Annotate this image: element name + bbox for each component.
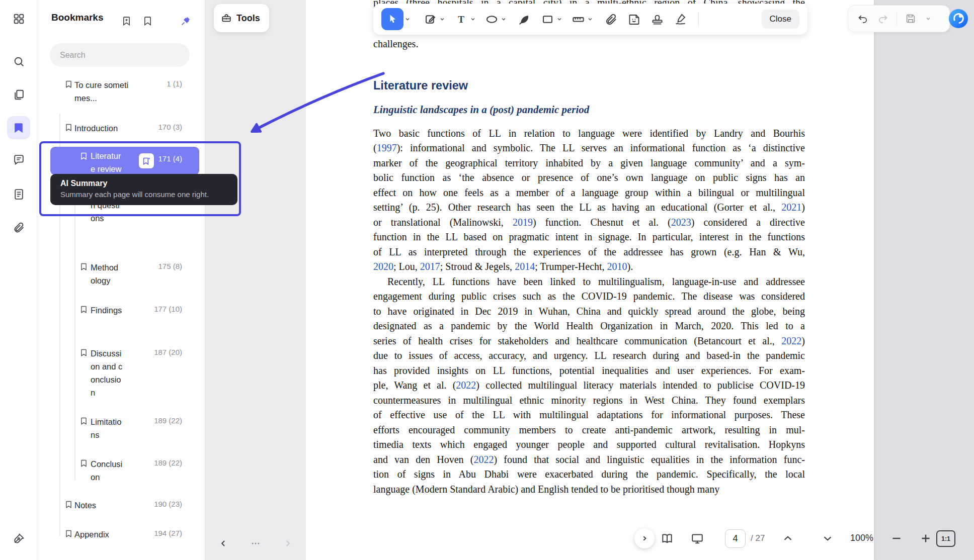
rectangle-icon — [541, 13, 554, 26]
text-tool-icon: T — [454, 13, 468, 26]
pen-tool-button[interactable] — [516, 10, 532, 28]
bookmark-icon — [64, 123, 73, 132]
bookmarks-button[interactable] — [7, 116, 30, 139]
bookmark-page-number: 189 (22) — [154, 458, 182, 467]
stamp-icon — [651, 13, 664, 26]
select-tool-button[interactable] — [381, 8, 403, 30]
search-button[interactable] — [7, 50, 30, 73]
app-grid-button[interactable] — [7, 7, 30, 30]
citation-link[interactable]: 2022 — [473, 454, 494, 465]
summary-button[interactable] — [7, 182, 30, 206]
document-icon — [13, 188, 25, 201]
measure-tool-dropdown[interactable] — [587, 10, 594, 28]
text-tool-dropdown[interactable] — [469, 10, 476, 28]
measure-tool-button[interactable] — [570, 10, 586, 28]
document-body: Two basic functions of LL in relation to… — [373, 126, 805, 497]
bookmark-item[interactable]: Literature review171 (4) — [50, 147, 199, 175]
citation-link[interactable]: 2014 — [515, 261, 535, 272]
panel-more-button[interactable] — [249, 537, 262, 550]
bookmark-item[interactable]: Findings177 (10) — [50, 302, 199, 317]
chevron-left-icon — [218, 538, 228, 548]
zoom-out-button[interactable] — [888, 530, 905, 546]
citation-link[interactable]: 2019 — [513, 217, 533, 228]
ellipse-tool-button[interactable] — [483, 10, 500, 28]
search-icon — [13, 55, 25, 68]
close-button[interactable]: Close — [762, 10, 799, 29]
attachment-tool-button[interactable] — [603, 10, 619, 28]
stamp-tool-button[interactable] — [649, 10, 665, 28]
citation-link[interactable]: 2021 — [781, 202, 801, 213]
bookmark-item[interactable]: Notes190 (23) — [50, 497, 199, 512]
annotate-tool-dropdown[interactable] — [439, 10, 446, 28]
bookmark-item[interactable]: Introduction170 (3) — [50, 120, 199, 135]
bookmark-page-number: 190 (23) — [154, 500, 182, 508]
panel-back-button[interactable] — [217, 537, 230, 550]
ellipsis-icon — [251, 538, 261, 548]
cursor-icon — [386, 13, 398, 25]
divider — [897, 12, 897, 25]
presentation-button[interactable] — [689, 530, 705, 546]
rectangle-tool-button[interactable] — [539, 10, 555, 28]
bookmark-item[interactable]: Appendix194 (27) — [50, 526, 199, 541]
next-page-button[interactable] — [820, 530, 836, 546]
save-dropdown[interactable] — [925, 10, 932, 28]
sticker-icon — [627, 13, 641, 26]
citation-link[interactable]: 2010 — [607, 261, 627, 272]
select-tool-dropdown[interactable] — [404, 10, 411, 28]
previous-page-button[interactable] — [780, 530, 796, 546]
signature-tool-button[interactable] — [672, 10, 688, 28]
document-text-line: to have originated in Dec 2019 in Wuhan,… — [373, 304, 805, 319]
annotation-toolbar: T — [373, 4, 807, 35]
panel-forward-button[interactable] — [281, 537, 294, 550]
citation-link[interactable]: 2022 — [456, 380, 476, 391]
annotate-tool-button[interactable] — [422, 10, 438, 28]
chevron-down-icon — [404, 16, 411, 22]
document-text-line: language (Modern Standard Arabic) and En… — [373, 482, 805, 497]
ai-assistant-badge[interactable] — [948, 9, 968, 29]
bookmark-page-number: 170 (3) — [158, 123, 182, 131]
document-text-line: bolic function as ‘the absence or presen… — [373, 170, 805, 185]
redo-icon — [877, 13, 888, 24]
ellipse-tool-dropdown[interactable] — [500, 10, 507, 28]
bookmark-item[interactable]: Discussion and conclusion187 (20) — [50, 345, 199, 399]
toolbar-divider — [698, 12, 699, 27]
rectangle-tool-dropdown[interactable] — [556, 10, 563, 28]
actual-size-button[interactable]: 1:1 — [936, 530, 955, 547]
text-tool-button[interactable]: T — [453, 10, 469, 28]
tools-button[interactable]: Tools — [214, 4, 269, 32]
sticker-tool-button[interactable] — [626, 10, 642, 28]
page-number-input[interactable] — [725, 529, 746, 548]
comments-button[interactable] — [7, 148, 30, 171]
chevron-down-icon — [556, 16, 562, 22]
bookmark-item[interactable]: To cure sometimes...1 (1) — [50, 76, 199, 105]
redo-button[interactable] — [876, 12, 889, 25]
document-text-line: marker of the geographical territory inh… — [373, 156, 805, 171]
chevron-down-icon — [821, 532, 834, 545]
citation-link[interactable]: 2017 — [420, 261, 440, 272]
bookmark-page-number: 187 (20) — [154, 348, 182, 356]
zoom-in-button[interactable] — [918, 530, 934, 546]
bookmark-item[interactable]: Methodology175 (8) — [50, 259, 199, 287]
bookmark-icon — [64, 529, 73, 538]
undo-icon — [857, 13, 868, 24]
edit-annotation-icon — [424, 13, 437, 26]
thumbnails-button[interactable] — [7, 83, 30, 106]
expand-panel-button[interactable] — [634, 528, 655, 548]
attachments-button[interactable] — [7, 216, 30, 239]
bookmark-item[interactable]: Conclusion189 (22) — [50, 455, 199, 484]
bookmark-item[interactable]: Limitations189 (22) — [50, 413, 199, 441]
citation-link[interactable]: 1997 — [377, 142, 397, 153]
citation-link[interactable]: 2023 — [671, 217, 691, 228]
citation-link[interactable]: 2020 — [373, 261, 393, 272]
citation-link[interactable]: 2022 — [781, 335, 801, 346]
document-text-line: tion of signs in Abu Dhabi were exacerba… — [373, 467, 805, 482]
book-open-icon — [661, 532, 674, 545]
ai-summary-button[interactable] — [139, 153, 154, 168]
document-text-line: engagement during public crises such as … — [373, 289, 805, 304]
pen-sign-button[interactable] — [7, 527, 30, 550]
undo-button[interactable] — [856, 12, 869, 25]
chevron-right-icon — [639, 533, 650, 543]
reading-mode-button[interactable] — [659, 530, 675, 546]
zoom-level-label[interactable]: 100% — [850, 533, 873, 543]
save-button[interactable] — [904, 12, 917, 25]
